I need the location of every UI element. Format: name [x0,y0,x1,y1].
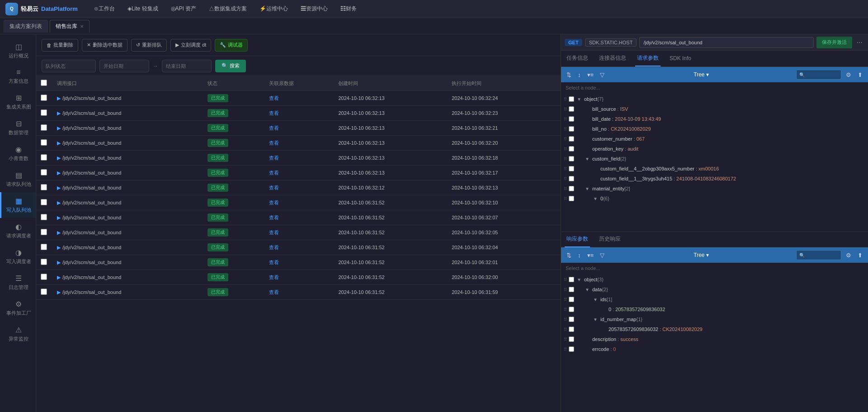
tree-expand-all-btn[interactable]: ⇅ [565,71,573,79]
resp-tree-expand-all-btn[interactable]: ⇅ [565,251,573,260]
toolbar-btn-删除选中数据[interactable]: ✕删除选中数据 [82,39,127,52]
tree-expand-icon[interactable]: ▼ [585,156,592,161]
search-button[interactable]: 🔍 搜索 [215,60,246,72]
nav-item-资源中心[interactable]: ☰资源中心 [295,3,333,14]
tree-row-checkbox[interactable] [569,126,574,132]
tree-row-checkbox[interactable] [569,327,574,332]
tree-row-checkbox[interactable] [569,116,574,122]
tree-row[interactable]: ⠿▼0 {6} [561,194,868,204]
row-view-link[interactable]: 查看 [269,125,279,131]
tree-row[interactable]: ⠿▼material_entity [2] [561,184,868,194]
tree-row[interactable]: ⠿0:205783572609836032 [561,304,868,314]
tree-row-checkbox[interactable] [569,277,574,282]
toolbar-btn-立刻调度 dt[interactable]: ▶立刻调度 dt [170,39,211,52]
row-view-link[interactable]: 查看 [269,200,279,205]
save-activate-button[interactable]: 保存并激活 [816,37,852,48]
row-checkbox[interactable] [41,124,47,131]
tree-row-checkbox[interactable] [569,106,574,112]
resp-tree-settings-btn[interactable]: ⚙ [844,251,853,260]
sidebar-item-事件加工厂[interactable]: ⚙事件加工厂 [0,295,36,321]
row-view-link[interactable]: 查看 [269,275,279,280]
tree-row[interactable]: ⠿▼id_number_map {1} [561,314,868,324]
tree-settings-btn[interactable]: ⚙ [844,71,853,79]
tree-expand-icon[interactable]: ▼ [585,186,592,191]
end-date-input[interactable] [162,60,212,72]
tree-expand-icon[interactable]: ▼ [577,97,584,102]
tree-row[interactable]: ⠿▼object {7} [561,94,868,104]
tree-row-checkbox[interactable] [569,136,574,142]
row-checkbox[interactable] [41,229,47,235]
right-tab-连接器信息[interactable]: 连接器信息 [597,51,628,66]
tree-row-checkbox[interactable] [569,176,574,181]
nav-item-数据集成方案[interactable]: △数据集成方案 [203,3,252,14]
row-view-link[interactable]: 查看 [269,260,279,265]
tree-row-checkbox[interactable] [569,307,574,312]
row-checkbox[interactable] [41,274,47,280]
nav-item-财务[interactable]: ☷财务 [335,3,362,14]
sidebar-item-日志管理[interactable]: ☰日志管理 [0,270,36,295]
tree-funnel-btn[interactable]: ▽ [598,71,606,79]
row-checkbox[interactable] [41,259,47,265]
row-checkbox[interactable] [41,139,47,146]
row-checkbox[interactable] [41,289,47,295]
path-input[interactable] [639,37,813,48]
tree-expand-icon[interactable]: ▼ [593,297,600,302]
tab-close-btn[interactable]: ✕ [80,24,84,29]
tree-row-checkbox[interactable] [569,166,574,171]
req-tree-search[interactable] [796,70,841,80]
row-view-link[interactable]: 查看 [269,155,279,161]
tab-销售出库[interactable]: 销售出库✕ [50,20,90,33]
tree-row[interactable]: ⠿custom_field__4__2obgp309axx5_number:xm… [561,164,868,174]
row-view-link[interactable]: 查看 [269,110,279,116]
tree-row[interactable]: ⠿customer_number:067 [561,134,868,144]
row-view-link[interactable]: 查看 [269,185,279,190]
tree-row[interactable]: ⠿errcode:0 [561,344,868,354]
sidebar-item-异常监控[interactable]: ⚠异常监控 [0,321,36,347]
tab-集成方案列表[interactable]: 集成方案列表 [4,20,48,33]
tree-row[interactable]: ⠿205783572609836032:CK202410082029 [561,324,868,334]
tree-row-checkbox[interactable] [569,336,574,342]
nav-item-API 资产[interactable]: ◎API 资产 [165,3,202,14]
tree-row-checkbox[interactable] [569,146,574,152]
resp-tree-import-btn[interactable]: ⬆ [856,251,864,260]
tree-row[interactable]: ⠿bill_no:CK202410082029 [561,124,868,134]
more-options-button[interactable]: ··· [855,38,864,47]
tree-row-checkbox[interactable] [569,297,574,302]
row-view-link[interactable]: 查看 [269,215,279,220]
resp-tree-search[interactable] [796,250,841,260]
queue-status-input[interactable] [42,60,96,72]
row-view-link[interactable]: 查看 [269,230,279,235]
sidebar-item-请求队列池[interactable]: ▤请求队列池 [0,166,36,192]
tree-row[interactable]: ⠿▼custom_field {2} [561,154,868,164]
sidebar-item-运行概况[interactable]: ◫运行概况 [0,38,36,64]
tree-row[interactable]: ⠿▼data {2} [561,284,868,294]
row-checkbox[interactable] [41,95,47,101]
sidebar-item-集成关系图[interactable]: ⊞集成关系图 [0,89,36,115]
nav-item-运维中心[interactable]: ⚡运维中心 [254,3,293,14]
tree-expand-icon[interactable]: ▼ [593,196,600,201]
sidebar-item-数据管理[interactable]: ⊟数据管理 [0,115,36,141]
resp-tab-响应参数[interactable]: 响应参数 [565,232,590,247]
tree-row-checkbox[interactable] [569,96,574,102]
row-checkbox[interactable] [41,154,47,161]
row-checkbox[interactable] [41,109,47,116]
tree-import-btn[interactable]: ⬆ [856,71,864,79]
tree-row[interactable]: ⠿operation_key:audit [561,144,868,154]
tree-row[interactable]: ⠿▼ids [1] [561,294,868,304]
tree-expand-icon[interactable]: ▼ [585,287,592,292]
sidebar-item-请求调度者[interactable]: ◐请求调度者 [0,218,36,244]
right-tab-SDK Info[interactable]: SDK Info [668,52,693,66]
tree-row-checkbox[interactable] [569,156,574,161]
tree-row-checkbox[interactable] [569,317,574,322]
resp-tree-sort-btn[interactable]: ↕ [576,251,583,260]
row-view-link[interactable]: 查看 [269,245,279,250]
row-checkbox[interactable] [41,214,47,220]
toolbar-btn-调试器[interactable]: 🔧调试器 [215,39,248,52]
toolbar-btn-批量删除[interactable]: 🗑批量删除 [42,39,78,52]
tree-row-checkbox[interactable] [569,346,574,352]
select-all-checkbox[interactable] [41,80,47,86]
row-view-link[interactable]: 查看 [269,289,279,295]
nav-item-工作台[interactable]: ⊙工作台 [89,3,120,14]
row-checkbox[interactable] [41,244,47,250]
tree-row-checkbox[interactable] [569,186,574,191]
